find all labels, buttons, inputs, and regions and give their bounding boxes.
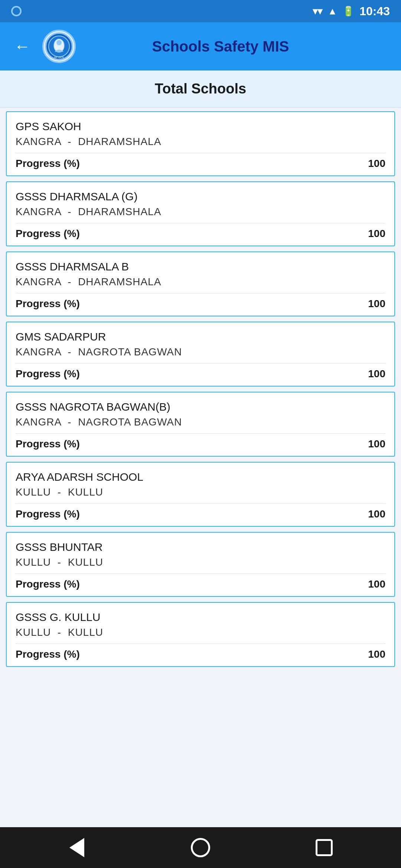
school-name: GSSS G. KULLU bbox=[16, 611, 385, 624]
wifi-icon: ▾▾ bbox=[313, 6, 322, 17]
status-bar-left bbox=[11, 6, 22, 16]
nav-home-button[interactable] bbox=[188, 835, 213, 861]
progress-value: 100 bbox=[368, 648, 385, 660]
school-name: GSSS BHUNTAR bbox=[16, 541, 385, 553]
progress-label: Progress (%) bbox=[16, 368, 80, 380]
school-card[interactable]: GSSS DHARMSALA (G) KANGRA - DHARAMSHALA … bbox=[6, 181, 395, 246]
progress-value: 100 bbox=[368, 578, 385, 590]
school-location: KULLU - KULLU bbox=[16, 627, 385, 638]
bottom-nav bbox=[0, 827, 401, 868]
school-progress-row: Progress (%) 100 bbox=[16, 363, 385, 380]
school-name: GSSS DHARMSALA B bbox=[16, 260, 385, 273]
app-bar: ← HP GOV Schools Safety MIS bbox=[0, 22, 401, 70]
progress-label: Progress (%) bbox=[16, 508, 80, 520]
school-card[interactable]: ARYA ADARSH SCHOOL KULLU - KULLU Progres… bbox=[6, 462, 395, 527]
nav-back-button[interactable] bbox=[64, 835, 90, 861]
status-bar: ▾▾ ▲ 🔋 10:43 bbox=[0, 0, 401, 22]
progress-label: Progress (%) bbox=[16, 158, 80, 170]
progress-value: 100 bbox=[368, 508, 385, 520]
progress-label: Progress (%) bbox=[16, 648, 80, 660]
app-logo: HP GOV bbox=[42, 30, 76, 63]
school-location: KANGRA - NAGROTA BAGWAN bbox=[16, 416, 385, 428]
school-location: KULLU - KULLU bbox=[16, 556, 385, 568]
school-progress-row: Progress (%) 100 bbox=[16, 153, 385, 170]
nav-recents-icon bbox=[316, 839, 333, 856]
logo-svg: HP GOV bbox=[44, 32, 74, 61]
school-progress-row: Progress (%) 100 bbox=[16, 293, 385, 310]
progress-label: Progress (%) bbox=[16, 578, 80, 590]
school-card[interactable]: GMS SADARPUR KANGRA - NAGROTA BAGWAN Pro… bbox=[6, 322, 395, 387]
time-display: 10:43 bbox=[359, 4, 390, 18]
progress-label: Progress (%) bbox=[16, 298, 80, 310]
nav-home-icon bbox=[191, 838, 210, 857]
battery-icon: 🔋 bbox=[342, 6, 354, 17]
school-card[interactable]: GSSS BHUNTAR KULLU - KULLU Progress (%) … bbox=[6, 532, 395, 597]
school-location: KANGRA - DHARAMSHALA bbox=[16, 136, 385, 148]
school-card[interactable]: GSSS DHARMSALA B KANGRA - DHARAMSHALA Pr… bbox=[6, 251, 395, 316]
school-progress-row: Progress (%) 100 bbox=[16, 433, 385, 450]
progress-value: 100 bbox=[368, 368, 385, 380]
school-card[interactable]: GSSS G. KULLU KULLU - KULLU Progress (%)… bbox=[6, 602, 395, 667]
school-name: GSSS DHARMSALA (G) bbox=[16, 190, 385, 203]
school-progress-row: Progress (%) 100 bbox=[16, 644, 385, 660]
school-list: GPS SAKOH KANGRA - DHARAMSHALA Progress … bbox=[0, 108, 401, 827]
page-header-title: Total Schools bbox=[7, 81, 394, 97]
school-name: ARYA ADARSH SCHOOL bbox=[16, 471, 385, 483]
page-header: Total Schools bbox=[0, 70, 401, 108]
school-name: GSSS NAGROTA BAGWAN(B) bbox=[16, 401, 385, 413]
back-button[interactable]: ← bbox=[11, 35, 33, 57]
school-location: KANGRA - DHARAMSHALA bbox=[16, 276, 385, 288]
svg-point-3 bbox=[56, 40, 62, 45]
progress-value: 100 bbox=[368, 158, 385, 170]
school-progress-row: Progress (%) 100 bbox=[16, 503, 385, 520]
app-title: Schools Safety MIS bbox=[85, 38, 390, 55]
svg-text:HP GOV: HP GOV bbox=[54, 56, 64, 59]
nav-recents-button[interactable] bbox=[311, 835, 337, 861]
school-name: GPS SAKOH bbox=[16, 120, 385, 133]
back-icon: ← bbox=[14, 37, 30, 56]
progress-label: Progress (%) bbox=[16, 228, 80, 240]
status-bar-right: ▾▾ ▲ 🔋 10:43 bbox=[313, 4, 390, 18]
nav-back-icon bbox=[69, 838, 84, 857]
signal-icon: ▲ bbox=[327, 6, 337, 17]
progress-value: 100 bbox=[368, 298, 385, 310]
school-location: KULLU - KULLU bbox=[16, 486, 385, 498]
progress-value: 100 bbox=[368, 438, 385, 450]
school-location: KANGRA - DHARAMSHALA bbox=[16, 206, 385, 218]
status-indicator bbox=[11, 6, 22, 16]
progress-value: 100 bbox=[368, 228, 385, 240]
school-progress-row: Progress (%) 100 bbox=[16, 573, 385, 590]
school-card[interactable]: GPS SAKOH KANGRA - DHARAMSHALA Progress … bbox=[6, 111, 395, 176]
school-location: KANGRA - NAGROTA BAGWAN bbox=[16, 346, 385, 358]
school-card[interactable]: GSSS NAGROTA BAGWAN(B) KANGRA - NAGROTA … bbox=[6, 392, 395, 457]
school-name: GMS SADARPUR bbox=[16, 331, 385, 343]
progress-label: Progress (%) bbox=[16, 438, 80, 450]
school-progress-row: Progress (%) 100 bbox=[16, 223, 385, 240]
